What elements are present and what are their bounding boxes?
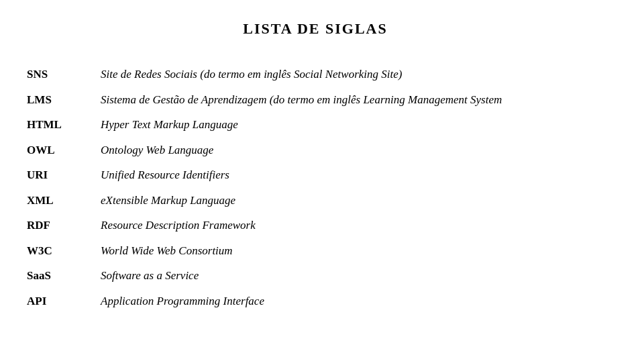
acronym-description: Hyper Text Markup Language <box>101 112 604 138</box>
list-item: HTMLHyper Text Markup Language <box>27 112 604 138</box>
list-item: RDFResource Description Framework <box>27 213 604 238</box>
list-item: SaaSSoftware as a Service <box>27 263 604 289</box>
list-item: URIUnified Resource Identifiers <box>27 162 604 188</box>
list-item: OWLOntology Web Language <box>27 138 604 163</box>
acronym-description: Site de Redes Sociais (do termo em inglê… <box>101 62 604 87</box>
acronym-description: World Wide Web Consortium <box>101 238 604 264</box>
acronym-description: Application Programming Interface <box>101 289 604 314</box>
acronym-description: Unified Resource Identifiers <box>101 162 604 188</box>
acronym-description: Resource Description Framework <box>101 213 604 238</box>
acronym-abbr: XML <box>27 188 101 213</box>
acronym-description: Ontology Web Language <box>101 138 604 163</box>
acronym-description: Software as a Service <box>101 263 604 289</box>
acronym-abbr: RDF <box>27 213 101 238</box>
list-item: APIApplication Programming Interface <box>27 289 604 314</box>
acronym-abbr: SNS <box>27 62 101 87</box>
list-item: SNSSite de Redes Sociais (do termo em in… <box>27 62 604 87</box>
acronym-abbr: HTML <box>27 112 101 138</box>
acronym-description: eXtensible Markup Language <box>101 188 604 213</box>
acronym-abbr: SaaS <box>27 263 101 289</box>
acronym-list: SNSSite de Redes Sociais (do termo em in… <box>27 62 604 313</box>
list-item: LMSSistema de Gestão de Aprendizagem (do… <box>27 87 604 113</box>
list-item: XMLeXtensible Markup Language <box>27 188 604 213</box>
acronym-abbr: API <box>27 289 101 314</box>
acronym-abbr: OWL <box>27 138 101 163</box>
acronym-description: Sistema de Gestão de Aprendizagem (do te… <box>101 87 604 113</box>
list-item: W3CWorld Wide Web Consortium <box>27 238 604 264</box>
acronym-abbr: W3C <box>27 238 101 264</box>
page-title: LISTA DE SIGLAS <box>27 20 604 38</box>
acronym-abbr: LMS <box>27 87 101 113</box>
acronym-abbr: URI <box>27 162 101 188</box>
